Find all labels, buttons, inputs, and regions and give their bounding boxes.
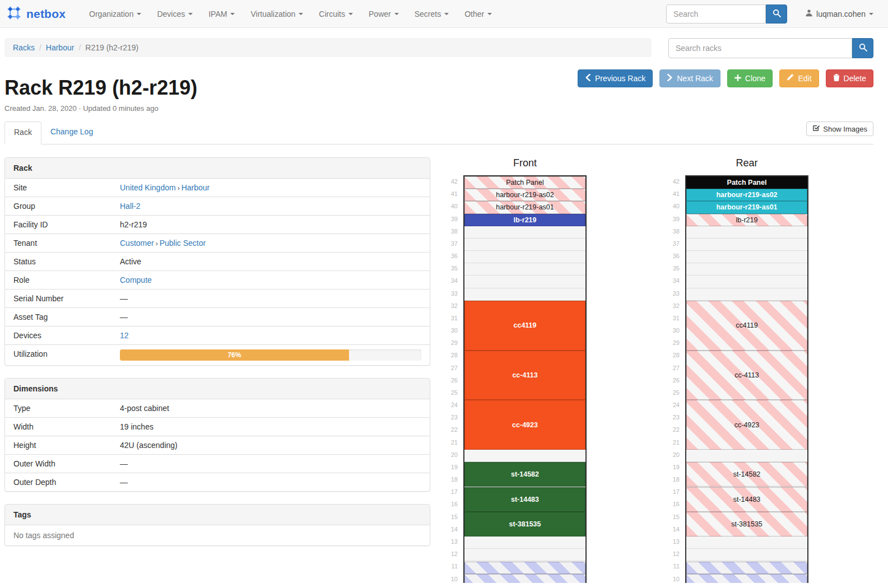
detail-row-outer-width: Outer Width— xyxy=(5,454,430,473)
nav-item-secrets[interactable]: Secrets xyxy=(407,0,457,28)
value-link-harbour[interactable]: Harbour xyxy=(182,183,210,192)
value-link-12[interactable]: 12 xyxy=(120,331,129,340)
detail-row-serial-number: Serial Number— xyxy=(5,289,430,307)
edit-button[interactable]: Edit xyxy=(779,69,819,87)
global-search-input[interactable] xyxy=(666,4,766,24)
device-cc-4923[interactable]: cc-4923 xyxy=(686,400,807,450)
front-elevation: Front 4241403938373635343332313029282726… xyxy=(445,157,587,583)
device-lb-r219[interactable]: lb-r219 xyxy=(464,214,585,226)
device-harbour-r219-as01[interactable]: harbour-r219-as01 xyxy=(686,201,807,213)
tab-change-log[interactable]: Change Log xyxy=(41,122,102,144)
device-cc4119[interactable]: cc4119 xyxy=(686,301,807,351)
breadcrumb-link-racks[interactable]: Racks xyxy=(13,43,35,52)
nav-item-label: Virtualization xyxy=(250,10,295,18)
device-cc4119[interactable]: cc4119 xyxy=(464,301,585,351)
unit-number: 37 xyxy=(667,237,685,250)
detail-row-tenant: TenantCustomer›Public Sector xyxy=(5,234,430,252)
chevron-down-icon xyxy=(487,13,492,15)
nav-item-ipam[interactable]: IPAM xyxy=(201,0,243,28)
clone-button[interactable]: Clone xyxy=(727,69,773,87)
unit-number: 33 xyxy=(667,287,685,300)
device-label: Patch Panel xyxy=(727,179,767,186)
unit-number: 34 xyxy=(667,274,685,287)
global-search-button[interactable] xyxy=(766,4,787,24)
device-unnamed[interactable] xyxy=(686,574,807,583)
device-st-14582[interactable]: st-14582 xyxy=(464,462,585,487)
value-text: — xyxy=(120,459,128,468)
value-link-customer[interactable]: Customer xyxy=(120,239,154,248)
value-link-hall-2[interactable]: Hall-2 xyxy=(120,202,141,211)
tags-empty-text: No tags assigned xyxy=(5,525,430,545)
nav-item-virtualization[interactable]: Virtualization xyxy=(243,0,311,28)
device-label: cc-4113 xyxy=(734,371,759,379)
device-st-381535[interactable]: st-381535 xyxy=(464,512,585,536)
netbox-brand[interactable]: netbox xyxy=(6,4,66,23)
device-lb-r219[interactable]: lb-r219 xyxy=(686,214,807,226)
user-menu[interactable]: luqman.cohen xyxy=(805,9,873,18)
unit-number: 17 xyxy=(667,486,685,498)
device-harbour-r219-as01[interactable]: harbour-r219-as01 xyxy=(464,201,585,213)
value-text: 42U (ascending) xyxy=(120,441,178,450)
next-rack-button[interactable]: Next Rack xyxy=(659,69,720,87)
panel-title: Dimensions xyxy=(5,379,430,399)
value-link-united-kingdom[interactable]: United Kingdom xyxy=(120,183,176,192)
unit-number: 27 xyxy=(445,362,463,374)
detail-label: Facility ID xyxy=(5,216,111,234)
device-cc-4113[interactable]: cc-4113 xyxy=(464,351,585,400)
unit-number: 22 xyxy=(667,423,685,436)
nav-item-circuits[interactable]: Circuits xyxy=(311,0,361,28)
rack-frame: Patch Panelharbour-r219-as02harbour-r219… xyxy=(685,175,808,583)
breadcrumb-separator: / xyxy=(78,43,81,52)
unit-number: 32 xyxy=(445,300,463,312)
previous-rack-button[interactable]: Previous Rack xyxy=(578,69,653,87)
unit-number: 29 xyxy=(445,337,463,349)
pencil-icon xyxy=(787,74,794,83)
breadcrumb-link-harbour[interactable]: Harbour xyxy=(46,43,75,52)
empty-unit xyxy=(686,288,807,301)
device-unnamed[interactable] xyxy=(464,562,585,574)
breadcrumb-separator: / xyxy=(39,43,41,52)
device-harbour-r219-as02[interactable]: harbour-r219-as02 xyxy=(464,189,585,201)
detail-row-width: Width19 inches xyxy=(5,417,430,436)
utilization-bar-fill: 76% xyxy=(120,349,349,361)
button-label: Previous Rack xyxy=(595,74,645,83)
device-cc-4113[interactable]: cc-4113 xyxy=(686,351,807,400)
device-patch-panel[interactable]: Patch Panel xyxy=(686,176,807,189)
detail-value: 4-post cabinet xyxy=(111,399,430,417)
value-link-public-sector[interactable]: Public Sector xyxy=(160,239,206,248)
device-unnamed[interactable] xyxy=(686,562,807,574)
device-st-14582[interactable]: st-14582 xyxy=(686,462,807,487)
nav-item-other[interactable]: Other xyxy=(457,0,500,28)
device-label: lb-r219 xyxy=(736,216,758,224)
unit-number: 32 xyxy=(667,300,685,312)
unit-number: 36 xyxy=(667,250,685,262)
nav-item-power[interactable]: Power xyxy=(361,0,407,28)
show-images-button[interactable]: Show Images xyxy=(806,122,873,136)
value-link-compute[interactable]: Compute xyxy=(120,276,152,284)
device-st-381535[interactable]: st-381535 xyxy=(686,512,807,536)
unit-number: 31 xyxy=(445,312,463,324)
device-harbour-r219-as02[interactable]: harbour-r219-as02 xyxy=(686,189,807,201)
unit-number: 30 xyxy=(445,324,463,337)
device-label: st-14483 xyxy=(511,496,539,503)
device-cc-4923[interactable]: cc-4923 xyxy=(464,400,585,450)
chevron-down-icon xyxy=(869,13,873,15)
detail-value: — xyxy=(111,455,430,473)
device-patch-panel[interactable]: Patch Panel xyxy=(464,176,585,189)
nav-item-organization[interactable]: Organization xyxy=(81,0,149,28)
delete-button[interactable]: Delete xyxy=(826,69,873,87)
rack-search-input[interactable] xyxy=(668,38,852,58)
detail-label: Tenant xyxy=(5,234,111,252)
unit-number: 40 xyxy=(445,200,463,212)
tags-panel: Tags No tags assigned xyxy=(4,504,430,546)
unit-number: 42 xyxy=(667,175,685,188)
tab-rack[interactable]: Rack xyxy=(4,122,41,144)
action-buttons: Previous Rack Next Rack Clone Edit xyxy=(578,69,873,87)
nav-item-devices[interactable]: Devices xyxy=(149,0,201,28)
device-st-14483[interactable]: st-14483 xyxy=(686,487,807,512)
unit-number: 26 xyxy=(667,374,685,386)
unit-number: 39 xyxy=(667,213,685,225)
device-st-14483[interactable]: st-14483 xyxy=(464,487,585,512)
rack-search-button[interactable] xyxy=(852,38,873,58)
device-unnamed[interactable] xyxy=(464,574,585,583)
